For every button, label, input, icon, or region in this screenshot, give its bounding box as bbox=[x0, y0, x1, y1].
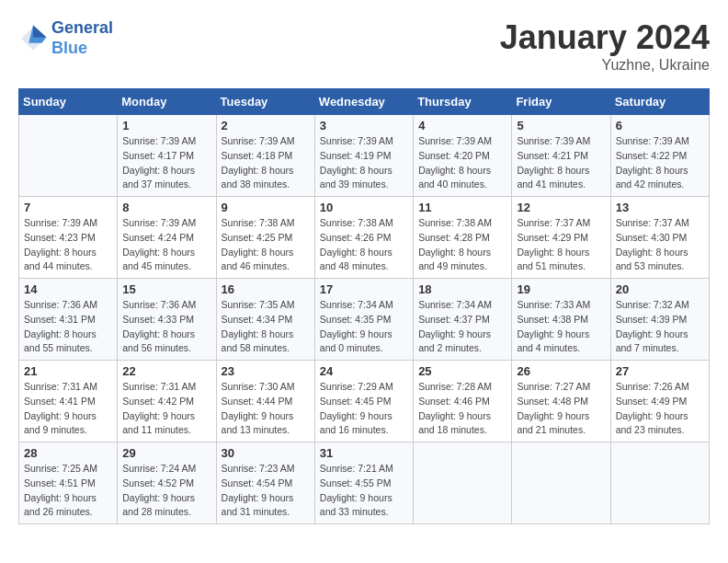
svg-marker-2 bbox=[33, 25, 46, 37]
day-number: 10 bbox=[320, 201, 408, 214]
day-info: Sunrise: 7:33 AMSunset: 4:38 PMDaylight:… bbox=[517, 298, 605, 356]
weekday-header-monday: Monday bbox=[118, 89, 216, 115]
day-info: Sunrise: 7:24 AMSunset: 4:52 PMDaylight:… bbox=[122, 462, 210, 520]
day-number: 16 bbox=[222, 282, 310, 296]
calendar-cell: 31Sunrise: 7:21 AMSunset: 4:55 PMDayligh… bbox=[314, 442, 413, 524]
day-info: Sunrise: 7:25 AMSunset: 4:51 PMDaylight:… bbox=[24, 462, 112, 520]
day-info: Sunrise: 7:34 AMSunset: 4:35 PMDaylight:… bbox=[320, 298, 408, 356]
day-info: Sunrise: 7:39 AMSunset: 4:19 PMDaylight:… bbox=[320, 134, 408, 192]
calendar-cell: 2Sunrise: 7:39 AMSunset: 4:18 PMDaylight… bbox=[216, 115, 314, 197]
day-number: 25 bbox=[418, 364, 506, 378]
calendar-week-1: 1Sunrise: 7:39 AMSunset: 4:17 PMDaylight… bbox=[19, 115, 710, 197]
day-number: 2 bbox=[222, 119, 310, 132]
day-info: Sunrise: 7:37 AMSunset: 4:30 PMDaylight:… bbox=[616, 216, 704, 274]
day-info: Sunrise: 7:39 AMSunset: 4:20 PMDaylight:… bbox=[418, 134, 506, 192]
calendar-cell: 7Sunrise: 7:39 AMSunset: 4:23 PMDaylight… bbox=[19, 197, 118, 279]
day-info: Sunrise: 7:26 AMSunset: 4:49 PMDaylight:… bbox=[616, 380, 704, 438]
day-number: 22 bbox=[122, 364, 210, 378]
calendar-cell: 26Sunrise: 7:27 AMSunset: 4:48 PMDayligh… bbox=[512, 361, 610, 442]
calendar-cell: 8Sunrise: 7:39 AMSunset: 4:24 PMDaylight… bbox=[118, 197, 216, 279]
calendar-cell: 3Sunrise: 7:39 AMSunset: 4:19 PMDaylight… bbox=[314, 115, 413, 197]
calendar-cell bbox=[610, 442, 709, 524]
day-info: Sunrise: 7:32 AMSunset: 4:39 PMDaylight:… bbox=[616, 298, 704, 356]
day-number: 23 bbox=[222, 364, 310, 378]
day-info: Sunrise: 7:31 AMSunset: 4:42 PMDaylight:… bbox=[122, 380, 210, 438]
calendar-week-3: 14Sunrise: 7:36 AMSunset: 4:31 PMDayligh… bbox=[19, 279, 710, 361]
day-info: Sunrise: 7:39 AMSunset: 4:21 PMDaylight:… bbox=[517, 134, 605, 192]
day-number: 9 bbox=[222, 201, 310, 214]
calendar-cell: 1Sunrise: 7:39 AMSunset: 4:17 PMDaylight… bbox=[118, 115, 216, 197]
logo-text: General Blue bbox=[51, 18, 113, 58]
day-info: Sunrise: 7:34 AMSunset: 4:37 PMDaylight:… bbox=[418, 298, 506, 356]
calendar-cell: 23Sunrise: 7:30 AMSunset: 4:44 PMDayligh… bbox=[216, 361, 314, 442]
calendar-cell bbox=[19, 115, 118, 197]
calendar-cell bbox=[512, 442, 610, 524]
calendar-cell: 22Sunrise: 7:31 AMSunset: 4:42 PMDayligh… bbox=[118, 361, 216, 442]
calendar-cell: 12Sunrise: 7:37 AMSunset: 4:29 PMDayligh… bbox=[512, 197, 610, 279]
day-number: 17 bbox=[320, 282, 408, 296]
logo: General Blue bbox=[18, 18, 113, 58]
day-info: Sunrise: 7:39 AMSunset: 4:18 PMDaylight:… bbox=[222, 134, 310, 192]
calendar-week-2: 7Sunrise: 7:39 AMSunset: 4:23 PMDaylight… bbox=[19, 197, 710, 279]
calendar-cell: 25Sunrise: 7:28 AMSunset: 4:46 PMDayligh… bbox=[414, 361, 512, 442]
day-number: 24 bbox=[320, 364, 408, 378]
weekday-header-wednesday: Wednesday bbox=[314, 89, 413, 115]
day-info: Sunrise: 7:21 AMSunset: 4:55 PMDaylight:… bbox=[320, 462, 408, 520]
day-number: 5 bbox=[517, 119, 605, 132]
day-number: 21 bbox=[24, 364, 112, 378]
page-header: General Blue January 2024 Yuzhne, Ukrain… bbox=[18, 18, 710, 74]
calendar-cell: 5Sunrise: 7:39 AMSunset: 4:21 PMDaylight… bbox=[512, 115, 610, 197]
day-info: Sunrise: 7:31 AMSunset: 4:41 PMDaylight:… bbox=[24, 380, 112, 438]
day-number: 1 bbox=[122, 119, 210, 132]
calendar-cell: 11Sunrise: 7:38 AMSunset: 4:28 PMDayligh… bbox=[414, 197, 512, 279]
calendar-cell: 20Sunrise: 7:32 AMSunset: 4:39 PMDayligh… bbox=[610, 279, 709, 361]
calendar-cell: 6Sunrise: 7:39 AMSunset: 4:22 PMDaylight… bbox=[610, 115, 709, 197]
day-number: 6 bbox=[616, 119, 704, 132]
day-info: Sunrise: 7:37 AMSunset: 4:29 PMDaylight:… bbox=[517, 216, 605, 274]
day-number: 26 bbox=[517, 364, 605, 378]
day-number: 15 bbox=[122, 282, 210, 296]
day-info: Sunrise: 7:36 AMSunset: 4:31 PMDaylight:… bbox=[24, 298, 112, 356]
day-info: Sunrise: 7:39 AMSunset: 4:17 PMDaylight:… bbox=[122, 134, 210, 192]
day-info: Sunrise: 7:35 AMSunset: 4:34 PMDaylight:… bbox=[222, 298, 310, 356]
title-area: January 2024 Yuzhne, Ukraine bbox=[500, 18, 710, 74]
weekday-header-saturday: Saturday bbox=[610, 89, 709, 115]
day-info: Sunrise: 7:39 AMSunset: 4:24 PMDaylight:… bbox=[122, 216, 210, 274]
calendar-cell: 4Sunrise: 7:39 AMSunset: 4:20 PMDaylight… bbox=[414, 115, 512, 197]
day-info: Sunrise: 7:29 AMSunset: 4:45 PMDaylight:… bbox=[320, 380, 408, 438]
calendar-cell: 18Sunrise: 7:34 AMSunset: 4:37 PMDayligh… bbox=[414, 279, 512, 361]
day-info: Sunrise: 7:38 AMSunset: 4:25 PMDaylight:… bbox=[222, 216, 310, 274]
weekday-header-friday: Friday bbox=[512, 89, 610, 115]
calendar-cell: 30Sunrise: 7:23 AMSunset: 4:54 PMDayligh… bbox=[216, 442, 314, 524]
day-info: Sunrise: 7:30 AMSunset: 4:44 PMDaylight:… bbox=[222, 380, 310, 438]
calendar-cell: 17Sunrise: 7:34 AMSunset: 4:35 PMDayligh… bbox=[314, 279, 413, 361]
day-info: Sunrise: 7:39 AMSunset: 4:22 PMDaylight:… bbox=[616, 134, 704, 192]
calendar-cell: 13Sunrise: 7:37 AMSunset: 4:30 PMDayligh… bbox=[610, 197, 709, 279]
calendar-cell: 9Sunrise: 7:38 AMSunset: 4:25 PMDaylight… bbox=[216, 197, 314, 279]
day-number: 8 bbox=[122, 201, 210, 214]
calendar-cell: 10Sunrise: 7:38 AMSunset: 4:26 PMDayligh… bbox=[314, 197, 413, 279]
month-title: January 2024 bbox=[500, 18, 710, 57]
weekday-header-tuesday: Tuesday bbox=[216, 89, 314, 115]
logo-line1: General bbox=[51, 18, 113, 39]
location-subtitle: Yuzhne, Ukraine bbox=[500, 57, 710, 74]
calendar-cell: 24Sunrise: 7:29 AMSunset: 4:45 PMDayligh… bbox=[314, 361, 413, 442]
calendar-cell: 28Sunrise: 7:25 AMSunset: 4:51 PMDayligh… bbox=[19, 442, 118, 524]
day-number: 11 bbox=[418, 201, 506, 214]
calendar-cell: 16Sunrise: 7:35 AMSunset: 4:34 PMDayligh… bbox=[216, 279, 314, 361]
day-info: Sunrise: 7:39 AMSunset: 4:23 PMDaylight:… bbox=[24, 216, 112, 274]
day-number: 20 bbox=[616, 282, 704, 296]
calendar-table: SundayMondayTuesdayWednesdayThursdayFrid… bbox=[18, 88, 710, 524]
calendar-cell: 15Sunrise: 7:36 AMSunset: 4:33 PMDayligh… bbox=[118, 279, 216, 361]
day-number: 29 bbox=[122, 446, 210, 460]
logo-icon bbox=[18, 24, 48, 53]
weekday-header-thursday: Thursday bbox=[414, 89, 512, 115]
calendar-cell: 19Sunrise: 7:33 AMSunset: 4:38 PMDayligh… bbox=[512, 279, 610, 361]
day-number: 3 bbox=[320, 119, 408, 132]
day-number: 13 bbox=[616, 201, 704, 214]
day-number: 28 bbox=[24, 446, 112, 460]
calendar-cell: 14Sunrise: 7:36 AMSunset: 4:31 PMDayligh… bbox=[19, 279, 118, 361]
day-number: 4 bbox=[418, 119, 506, 132]
day-number: 30 bbox=[222, 446, 310, 460]
calendar-week-4: 21Sunrise: 7:31 AMSunset: 4:41 PMDayligh… bbox=[19, 361, 710, 442]
